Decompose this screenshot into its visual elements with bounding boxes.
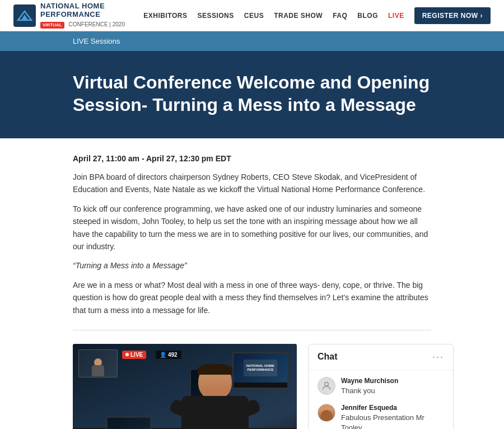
logo-area: NATIONAL HOME PERFORMANCE VIRTUAL CONFER… [13,2,125,28]
hero-section: Virtual Conference Welcome and Opening S… [0,51,504,138]
event-description: Join BPA board of directors chairperson … [73,171,431,316]
chat-title: Chat [318,352,338,362]
nav-item-sessions[interactable]: SESSIONS [197,12,234,20]
description-para-1: Join BPA board of directors chairperson … [73,171,431,196]
small-inset-video [78,349,118,377]
chat-msg-content-1: Wayne Murchison Thank you [341,377,398,396]
chat-avatar-1 [318,377,335,395]
conf-sub-line: VIRTUAL CONFERENCE | 2020 [40,19,125,28]
section-divider [73,330,431,330]
chat-header: Chat ··· [309,344,453,370]
chat-username-2: Jennifer Esqueda [341,404,444,412]
video-player: NATIONAL HOMEPERFORMANCE [73,344,297,429]
header: NATIONAL HOME PERFORMANCE VIRTUAL CONFER… [0,0,504,31]
org-name-line1: NATIONAL HOME [40,2,125,11]
chat-messages: Wayne Murchison Thank you Jennifer Esque… [309,370,453,429]
live-label: LIVE [130,352,143,358]
description-para-2: To kick off our conference programming, … [73,203,431,253]
live-dot [125,353,129,356]
nav-item-blog[interactable]: BLOG [357,12,378,20]
chat-text-1: Thank you [341,386,398,396]
conf-label: CONFERENCE | 2020 [69,21,125,27]
svg-point-3 [325,382,329,386]
nav-item-exhibitors[interactable]: EXHIBITORS [143,12,187,20]
logo-text: NATIONAL HOME PERFORMANCE VIRTUAL CONFER… [40,2,125,28]
nav-item-ceus[interactable]: CEUS [244,12,264,20]
logo-icon [13,4,36,27]
chat-panel: Chat ··· Wayne Murchison Thank you [308,344,454,429]
event-datetime: April 27, 11:00 am - April 27, 12:30 pm … [73,154,431,163]
org-name-line2: PERFORMANCE [40,11,125,19]
viewer-number: 492 [168,352,178,358]
chat-message-1: Wayne Murchison Thank you [318,377,444,396]
nav-item-faq[interactable]: FAQ [333,12,347,20]
chat-text-2: Fabulous Presentation Mr Tooley. [341,413,444,429]
media-row: NATIONAL HOMEPERFORMANCE [73,344,431,429]
breadcrumb-label: LIVE Sessions [73,37,120,45]
register-now-button[interactable]: REGISTER NOW › [414,7,491,24]
nav-item-tradeshow[interactable]: TRADE SHOW [274,12,323,20]
main-nav: EXHIBITORS SESSIONS CEUS TRADE SHOW FAQ … [143,7,491,24]
chat-menu-button[interactable]: ··· [432,351,444,363]
chat-msg-content-2: Jennifer Esqueda Fabulous Presentation M… [341,404,444,429]
live-badge: LIVE [122,351,146,359]
page-title: Virtual Conference Welcome and Opening S… [73,71,431,116]
viewer-count: 👤 492 [156,351,181,359]
virtual-badge: VIRTUAL [40,22,64,28]
main-content: April 27, 11:00 am - April 27, 12:30 pm … [0,138,504,429]
nav-item-live[interactable]: LIVE [388,12,404,20]
viewer-icon: 👤 [160,352,166,358]
breadcrumb: LIVE Sessions [0,31,504,51]
description-quote: “Turning a Mess into a Message” [73,259,431,272]
chat-avatar-2 [318,404,335,422]
chat-username-1: Wayne Murchison [341,377,398,385]
description-para-3: Are we in a mess or what? Most deal with… [73,279,431,316]
chat-message-2: Jennifer Esqueda Fabulous Presentation M… [318,404,444,429]
video-container[interactable]: NATIONAL HOMEPERFORMANCE [73,344,297,429]
